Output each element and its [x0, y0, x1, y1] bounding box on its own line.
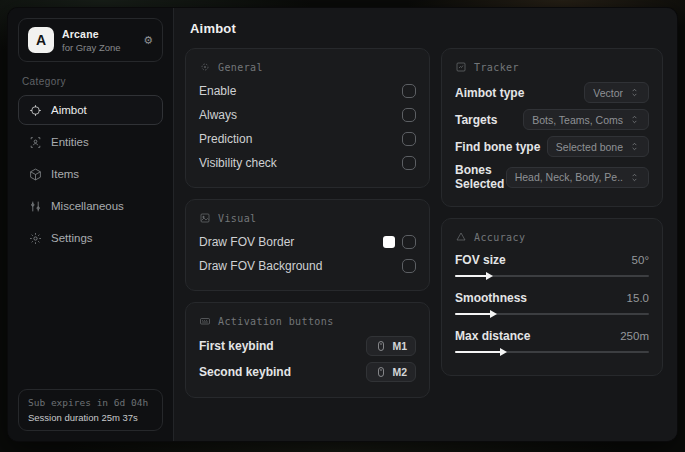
- select-value: Selected bone: [556, 141, 623, 153]
- aimbot-type-select[interactable]: Vector: [584, 82, 649, 103]
- main-area: Aimbot General Enable Always: [174, 8, 677, 441]
- app-name: Arcane: [62, 28, 135, 40]
- setting-label: Visibility check: [199, 156, 277, 170]
- sidebar-item-label: Settings: [51, 232, 93, 244]
- keybind-value: M1: [392, 340, 407, 352]
- panel-general: General Enable Always Prediction: [185, 48, 430, 188]
- sidebar-item-label: Entities: [51, 136, 89, 148]
- expand-icon: [629, 114, 640, 125]
- second-keybind-button[interactable]: M2: [366, 362, 416, 382]
- setting-row-prediction: Prediction: [199, 127, 416, 151]
- setting-row-draw-fov-border: Draw FOV Border: [199, 230, 416, 254]
- crosshair-icon: [28, 103, 42, 117]
- sidebar-nav: Aimbot Entities Items Miscellaneous: [18, 95, 163, 253]
- slider-thumb[interactable]: [490, 310, 497, 318]
- setting-label: First keybind: [199, 339, 274, 353]
- fov-border-color-swatch[interactable]: [383, 236, 395, 248]
- panel-accuracy: Accuracy FOV size 50°: [441, 218, 663, 376]
- mouse-icon: [375, 366, 387, 378]
- main-header: Aimbot: [174, 8, 677, 46]
- setting-label: FOV size: [455, 253, 506, 267]
- expand-icon: [629, 87, 640, 98]
- bones-selected-select[interactable]: Head, Neck, Body, Pe..: [506, 167, 649, 188]
- max-distance-slider[interactable]: [455, 345, 649, 359]
- tracker-icon: [455, 61, 467, 73]
- sliders-icon: [28, 199, 42, 213]
- accuracy-icon: [455, 231, 467, 243]
- category-label: Category: [22, 76, 159, 87]
- sidebar-item-label: Miscellaneous: [51, 200, 124, 212]
- sub-expires-text: Sub expires in 6d 04h: [28, 397, 153, 408]
- draw-fov-background-checkbox[interactable]: [402, 259, 416, 273]
- app-window: A Arcane for Gray Zone ⚙ Category Aimbot…: [8, 8, 677, 441]
- setting-row-smoothness: Smoothness 15.0: [455, 287, 649, 321]
- setting-row-draw-fov-background: Draw FOV Background: [199, 254, 416, 278]
- app-logo: A: [28, 27, 54, 53]
- setting-row-visibility-check: Visibility check: [199, 151, 416, 175]
- panel-activation-buttons: Activation buttons First keybind M1 Seco…: [185, 302, 430, 398]
- select-value: Bots, Teams, Coms: [532, 114, 623, 126]
- keybind-value: M2: [392, 366, 407, 378]
- sidebar-item-miscellaneous[interactable]: Miscellaneous: [18, 191, 163, 221]
- setting-row-max-distance: Max distance 250m: [455, 325, 649, 359]
- setting-label: Find bone type: [455, 140, 540, 154]
- column-right: Tracker Aimbot type Vector Targets Bots,…: [441, 48, 663, 427]
- sidebar-item-label: Aimbot: [51, 104, 87, 116]
- slider-value: 50°: [632, 254, 649, 266]
- sidebar-item-items[interactable]: Items: [18, 159, 163, 189]
- session-duration-text: Session duration 25m 37s: [28, 412, 153, 423]
- setting-row-enable: Enable: [199, 79, 416, 103]
- always-checkbox[interactable]: [402, 108, 416, 122]
- sidebar-item-label: Items: [51, 168, 79, 180]
- sidebar-item-aimbot[interactable]: Aimbot: [18, 95, 163, 125]
- setting-label: Aimbot type: [455, 86, 524, 100]
- slider-value: 250m: [620, 330, 649, 342]
- setting-row-first-keybind: First keybind M1: [199, 333, 416, 359]
- first-keybind-button[interactable]: M1: [366, 336, 416, 356]
- image-icon: [199, 212, 211, 224]
- expand-icon: [629, 172, 640, 183]
- setting-row-bones-selected: Bones Selected Head, Neck, Body, Pe..: [455, 160, 649, 194]
- setting-row-second-keybind: Second keybind M2: [199, 359, 416, 385]
- sidebar-item-settings[interactable]: Settings: [18, 223, 163, 253]
- page-title: Aimbot: [190, 21, 661, 36]
- draw-fov-border-checkbox[interactable]: [402, 235, 416, 249]
- crosshair-icon: [199, 61, 211, 73]
- select-value: Vector: [593, 87, 623, 99]
- setting-row-find-bone-type: Find bone type Selected bone: [455, 133, 649, 160]
- mouse-icon: [375, 340, 387, 352]
- sidebar: A Arcane for Gray Zone ⚙ Category Aimbot…: [8, 8, 174, 441]
- visibility-check-checkbox[interactable]: [402, 156, 416, 170]
- setting-label: Smoothness: [455, 291, 527, 305]
- fov-size-slider[interactable]: [455, 269, 649, 283]
- setting-label: Always: [199, 108, 237, 122]
- panel-tracker: Tracker Aimbot type Vector Targets Bots,…: [441, 48, 663, 207]
- slider-value: 15.0: [627, 292, 649, 304]
- content: General Enable Always Prediction: [174, 46, 677, 441]
- prediction-checkbox[interactable]: [402, 132, 416, 146]
- expand-icon: [629, 141, 640, 152]
- sidebar-item-entities[interactable]: Entities: [18, 127, 163, 157]
- smoothness-slider[interactable]: [455, 307, 649, 321]
- person-scan-icon: [28, 135, 42, 149]
- enable-checkbox[interactable]: [402, 84, 416, 98]
- keyboard-icon: [199, 315, 211, 327]
- panel-title: Tracker: [474, 62, 519, 73]
- column-left: General Enable Always Prediction: [185, 48, 430, 427]
- setting-label: Draw FOV Background: [199, 259, 322, 273]
- setting-label: Second keybind: [199, 365, 291, 379]
- select-value: Head, Neck, Body, Pe..: [515, 171, 623, 183]
- slider-thumb[interactable]: [500, 348, 507, 356]
- setting-label: Max distance: [455, 329, 530, 343]
- setting-row-aimbot-type: Aimbot type Vector: [455, 79, 649, 106]
- setting-label: Targets: [455, 113, 497, 127]
- find-bone-type-select[interactable]: Selected bone: [547, 136, 649, 157]
- targets-select[interactable]: Bots, Teams, Coms: [523, 109, 649, 130]
- slider-thumb[interactable]: [486, 272, 493, 280]
- cube-icon: [28, 167, 42, 181]
- setting-label: Draw FOV Border: [199, 235, 294, 249]
- panel-title: Visual: [218, 213, 257, 224]
- settings-gear-icon[interactable]: ⚙: [143, 35, 153, 46]
- subscription-box: Sub expires in 6d 04h Session duration 2…: [18, 389, 163, 431]
- setting-row-fov-size: FOV size 50°: [455, 249, 649, 283]
